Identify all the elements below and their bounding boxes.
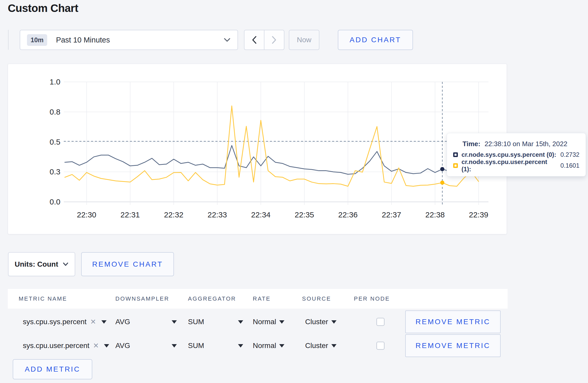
metric-row: sys.cpu.user.percent ✕ AVG SUM Normal Cl… <box>8 334 508 358</box>
source-value: Cluster <box>305 342 328 350</box>
svg-text:22:39: 22:39 <box>469 210 488 219</box>
chevron-right-icon <box>271 36 277 44</box>
remove-metric-button[interactable]: REMOVE METRIC <box>405 334 501 357</box>
toolbar-divider <box>8 30 9 50</box>
svg-text:22:30: 22:30 <box>77 210 96 219</box>
svg-text:0.8: 0.8 <box>50 108 60 116</box>
series-swatch-user <box>453 163 458 168</box>
caret-down-icon <box>104 344 109 347</box>
caret-down-icon <box>238 320 243 324</box>
caret-down-icon <box>331 344 337 347</box>
chevron-down-icon <box>223 38 231 42</box>
tooltip-series-label: cr.node.sys.cpu.sys.percent (0): <box>461 151 556 158</box>
svg-text:0.0: 0.0 <box>50 197 60 206</box>
column-header-downsampler: DOWNSAMPLER <box>115 295 169 302</box>
svg-text:22:36: 22:36 <box>338 210 358 219</box>
downsampler-select[interactable]: AVG <box>115 318 177 326</box>
chart-canvas[interactable]: 0.00.30.50.81.022:3022:3122:3222:3322:34… <box>8 64 507 235</box>
svg-text:22:38: 22:38 <box>425 210 445 219</box>
units-label: Units: Count <box>15 260 58 268</box>
prev-window-button[interactable] <box>244 30 264 49</box>
downsampler-value: AVG <box>115 318 130 326</box>
aggregator-value: SUM <box>188 342 204 350</box>
svg-text:22:33: 22:33 <box>207 210 227 219</box>
svg-text:22:37: 22:37 <box>382 210 401 219</box>
source-value: Cluster <box>305 318 328 326</box>
caret-down-icon <box>279 320 284 324</box>
svg-text:1.0: 1.0 <box>50 77 60 86</box>
chevron-down-icon <box>63 262 68 266</box>
svg-text:22:34: 22:34 <box>251 210 270 219</box>
time-range-select[interactable]: 10m Past 10 Minutes <box>20 30 238 50</box>
caret-down-icon <box>238 344 243 347</box>
source-select[interactable]: Cluster <box>305 342 337 350</box>
aggregator-select[interactable]: SUM <box>188 318 243 326</box>
rate-select[interactable]: Normal <box>253 318 284 326</box>
rate-value: Normal <box>253 318 276 326</box>
svg-text:0.5: 0.5 <box>50 138 60 146</box>
tooltip-time-row: Time: 22:38:10 on Mar 15th, 2022 <box>463 138 579 149</box>
rate-value: Normal <box>253 342 276 350</box>
svg-text:22:32: 22:32 <box>164 210 183 219</box>
chart-card: 0.00.30.50.81.022:3022:3122:3222:3322:34… <box>8 64 507 234</box>
column-header-per-node: PER NODE <box>354 295 390 302</box>
chart-tooltip: Time: 22:38:10 on Mar 15th, 2022 cr.node… <box>447 133 586 176</box>
add-metric-button[interactable]: ADD METRIC <box>13 359 92 379</box>
per-node-checkbox[interactable] <box>376 342 384 350</box>
page-title: Custom Chart <box>8 2 78 15</box>
series-swatch-sys <box>453 152 458 157</box>
remove-metric-button[interactable]: REMOVE METRIC <box>405 310 501 333</box>
downsampler-select[interactable]: AVG <box>115 342 177 350</box>
tooltip-series-value: 0.1601 <box>561 162 579 169</box>
per-node-checkbox[interactable] <box>376 318 384 326</box>
remove-chart-button[interactable]: REMOVE CHART <box>81 252 174 276</box>
caret-down-icon <box>172 344 177 347</box>
column-header-source: SOURCE <box>302 295 331 302</box>
units-select[interactable]: Units: Count <box>8 252 75 276</box>
metric-name-value: sys.cpu.user.percent <box>23 342 89 350</box>
chevron-left-icon <box>251 36 257 44</box>
clear-metric-icon[interactable]: ✕ <box>93 342 99 350</box>
metric-name-select[interactable]: sys.cpu.user.percent ✕ <box>23 342 104 350</box>
add-chart-button[interactable]: ADD CHART <box>338 30 413 50</box>
source-select[interactable]: Cluster <box>305 318 337 326</box>
now-button[interactable]: Now <box>289 30 319 50</box>
tooltip-time-label: Time: <box>463 140 480 148</box>
caret-down-icon <box>331 320 337 324</box>
rate-select[interactable]: Normal <box>253 342 284 350</box>
time-window-nav <box>244 30 284 50</box>
tooltip-time-value: 22:38:10 on Mar 15th, 2022 <box>485 140 567 148</box>
tooltip-series-row: cr.node.sys.cpu.user.percent (1): 0.1601 <box>453 160 579 171</box>
downsampler-value: AVG <box>115 342 130 350</box>
svg-text:22:35: 22:35 <box>295 210 314 219</box>
metrics-table-header: METRIC NAME DOWNSAMPLER AGGREGATOR RATE … <box>8 289 508 309</box>
aggregator-value: SUM <box>188 318 204 326</box>
svg-text:0.3: 0.3 <box>50 167 60 176</box>
column-header-aggregator: AGGREGATOR <box>188 295 236 302</box>
tooltip-series-label: cr.node.sys.cpu.user.percent (1): <box>461 158 556 173</box>
column-header-rate: RATE <box>253 295 271 302</box>
caret-down-icon <box>101 320 107 324</box>
caret-down-icon <box>172 320 177 324</box>
clear-metric-icon[interactable]: ✕ <box>90 318 96 326</box>
aggregator-select[interactable]: SUM <box>188 342 243 350</box>
time-range-label: Past 10 Minutes <box>56 36 110 44</box>
column-header-metric-name: METRIC NAME <box>19 295 67 302</box>
metric-name-value: sys.cpu.sys.percent <box>23 318 87 326</box>
caret-down-icon <box>279 344 284 347</box>
metric-name-select[interactable]: sys.cpu.sys.percent ✕ <box>23 318 104 326</box>
metric-row: sys.cpu.sys.percent ✕ AVG SUM Normal Clu… <box>8 310 508 334</box>
next-window-button[interactable] <box>264 30 284 49</box>
tooltip-series-value: 0.2732 <box>560 151 579 158</box>
time-range-badge: 10m <box>27 34 47 46</box>
svg-text:22:31: 22:31 <box>120 210 140 219</box>
